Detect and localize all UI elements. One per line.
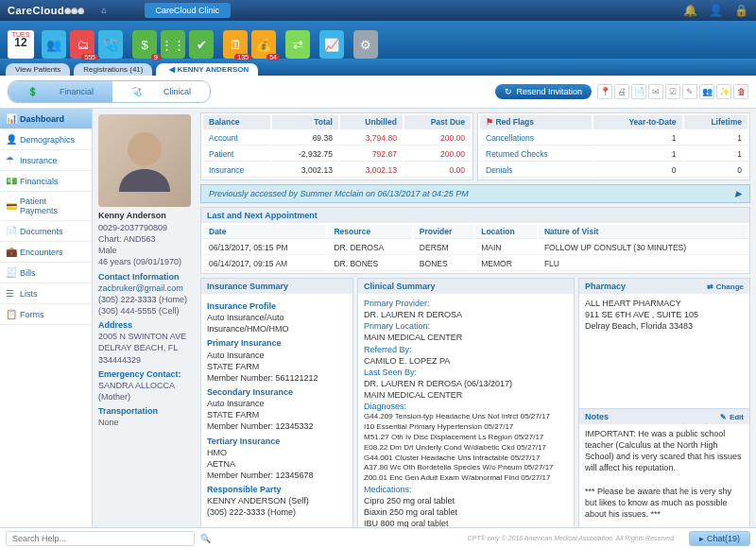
edit-notes-link[interactable]: ✎ Edit <box>720 413 744 421</box>
logo: CareCloud <box>8 5 64 16</box>
nav-lists[interactable]: ☰Lists <box>0 283 92 304</box>
financial-tab[interactable]: 💲Financial <box>9 81 112 102</box>
pin-icon[interactable]: 📍 <box>597 84 612 99</box>
check-icon[interactable]: ☑ <box>665 84 680 99</box>
nav-icon-9[interactable]: ⇄ <box>285 30 310 59</box>
edit-icon[interactable]: ✎ <box>682 84 697 99</box>
patient-chart: Chart: AND563 <box>98 233 191 245</box>
pharmacy-block: ALL HEART PHARMACY911 SE 6TH AVE , SUITE… <box>579 294 749 408</box>
nav-financials[interactable]: 💵Financials <box>0 171 92 192</box>
flag-icon: ⚑ <box>486 117 493 127</box>
nav-icon-7[interactable]: 🗓 <box>223 30 248 59</box>
patient-addr1: 2005 N SWINTON AVE <box>98 331 191 342</box>
nav-dashboard[interactable]: 📊Dashboard <box>0 109 92 129</box>
doc-icon[interactable]: 📄 <box>631 84 646 99</box>
search-input[interactable] <box>6 531 195 546</box>
nav-icon-2[interactable]: 🗂 <box>70 30 94 59</box>
nav-patient-payments[interactable]: 💳Patient Payments <box>0 192 92 221</box>
nav-icon-3[interactable]: 🩺 <box>98 30 123 59</box>
expand-icon[interactable]: ▶ <box>735 189 742 198</box>
delete-icon[interactable]: 🗑 <box>733 84 748 99</box>
user-icon[interactable]: 👤 <box>709 4 723 17</box>
nav-icon-5[interactable]: ⋮⋮ <box>161 30 185 59</box>
mail-icon[interactable]: ✉ <box>648 84 663 99</box>
nav-demographics[interactable]: 👤Demographics <box>0 129 92 150</box>
tab-registrations[interactable]: Registrations (41) <box>74 63 152 76</box>
chat-button[interactable]: ▸ Chat(19) <box>689 531 750 546</box>
tab-patient[interactable]: ◀ KENNY ANDERSON <box>156 63 258 76</box>
patient-name: Kenny Anderson <box>98 211 191 220</box>
patient-id: 0029-2037790809 <box>98 222 191 233</box>
nav-icon-1[interactable]: 👥 <box>42 30 66 59</box>
change-pharmacy-link[interactable]: ⇄ Change <box>707 283 744 291</box>
clinic-selector[interactable]: CareCloud Clinic <box>145 3 232 18</box>
appointments-section: Last and Next Appointment DateResourcePr… <box>200 207 750 274</box>
stethoscope-icon: 🩺 <box>122 84 151 99</box>
insurance-summary: Insurance Summary Insurance ProfileAuto … <box>200 278 353 539</box>
address-header: Address <box>98 319 191 331</box>
date-tile[interactable]: TUES12 <box>8 30 34 59</box>
search-icon[interactable]: 🔍 <box>200 534 211 543</box>
mode-toggle[interactable]: 💲Financial 🩺Clinical <box>8 80 211 103</box>
sparkle-icon[interactable]: ✨ <box>716 84 731 99</box>
patient-addr2: DELRAY BEACH, FL 334444329 <box>98 342 191 365</box>
notes-body: IMPORTANT: He was a public school teache… <box>579 424 749 539</box>
resend-invitation-button[interactable]: ↻ Resend Invitation <box>495 84 592 99</box>
patient-email[interactable]: zacbruker@gmail.com <box>98 283 183 293</box>
nav-icon-10[interactable]: 📈 <box>319 30 344 59</box>
nav-bills[interactable]: 🧾Bills <box>0 263 92 283</box>
patient-avatar <box>98 114 191 207</box>
people-icon[interactable]: 👥 <box>699 84 714 99</box>
patient-sex: Male <box>98 245 191 256</box>
redflags-table: ⚑ Red FlagsYear-to-DateLifetime Cancella… <box>477 112 750 180</box>
copyright: CPT® only © 2016 American Medical Associ… <box>468 535 676 541</box>
last-access-banner[interactable]: Previously accessed by Summer Mcclain on… <box>200 184 750 203</box>
nav-icon-settings[interactable]: ⚙ <box>353 30 378 59</box>
clinical-tab[interactable]: 🩺Clinical <box>112 81 210 102</box>
nav-encounters[interactable]: 💼Encounters <box>0 242 92 263</box>
home-icon[interactable]: ⌂ <box>101 6 106 15</box>
print-icon[interactable]: 🖨 <box>614 84 629 99</box>
nav-forms[interactable]: 📋Forms <box>0 304 92 325</box>
patient-age: 46 years (09/01/1970) <box>98 256 191 267</box>
patient-transport: None <box>98 417 191 428</box>
nav-icon-8[interactable]: 💰 <box>251 30 276 59</box>
nav-insurance[interactable]: ☂Insurance <box>0 150 92 171</box>
balance-table: BalanceTotalUnbilledPast Due Account69.3… <box>200 112 473 180</box>
patient-phone-cell: (305) 444-5555 (Cell) <box>98 305 191 317</box>
dollar-icon: 💲 <box>18 84 47 99</box>
back-icon: ◀ <box>169 65 175 74</box>
svg-point-0 <box>128 132 162 166</box>
nav-documents[interactable]: 📄Documents <box>0 221 92 242</box>
transport-header: Transportation <box>98 405 191 417</box>
contact-header: Contact Information <box>98 271 191 283</box>
bell-icon[interactable]: 🔔 <box>683 4 697 17</box>
patient-emergency: SANDRA ALLOCCA (Mother) <box>98 380 191 402</box>
tab-view-patients[interactable]: View Patients <box>6 63 70 76</box>
patient-phone-home: (305) 222-3333 (Home) <box>98 294 191 305</box>
lock-icon[interactable]: 🔒 <box>734 4 748 17</box>
emergency-header: Emergency Contact: <box>98 368 191 380</box>
nav-icon-4[interactable]: $ <box>132 30 157 59</box>
nav-icon-6[interactable]: ✔ <box>189 30 214 59</box>
clinical-summary: Clinical Summary Primary Provider:DR. LA… <box>357 278 575 539</box>
